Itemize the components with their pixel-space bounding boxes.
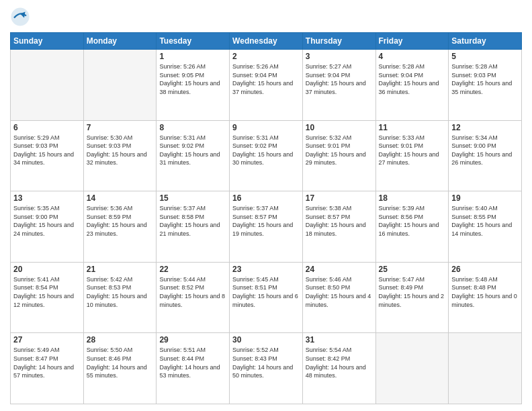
calendar-cell: 16Sunrise: 5:37 AMSunset: 8:57 PMDayligh… <box>230 191 303 263</box>
calendar-week: 6Sunrise: 5:29 AMSunset: 9:03 PMDaylight… <box>11 120 522 191</box>
day-number: 18 <box>379 193 446 203</box>
day-number: 9 <box>232 123 300 132</box>
day-number: 30 <box>232 335 300 345</box>
calendar-cell: 8Sunrise: 5:31 AMSunset: 9:02 PMDaylight… <box>157 120 230 191</box>
calendar-cell: 20Sunrise: 5:41 AMSunset: 8:54 PMDayligh… <box>11 262 84 333</box>
day-info: Sunrise: 5:47 AMSunset: 8:49 PMDaylight:… <box>379 275 446 309</box>
day-number: 28 <box>87 335 154 345</box>
calendar-cell: 4Sunrise: 5:28 AMSunset: 9:04 PMDaylight… <box>375 50 449 121</box>
day-info: Sunrise: 5:36 AMSunset: 8:59 PMDaylight:… <box>87 204 154 238</box>
day-info: Sunrise: 5:31 AMSunset: 9:02 PMDaylight:… <box>159 134 226 167</box>
calendar-cell: 22Sunrise: 5:44 AMSunset: 8:52 PMDayligh… <box>157 262 230 333</box>
day-number: 25 <box>379 265 446 274</box>
day-number: 24 <box>306 265 373 274</box>
svg-point-0 <box>11 8 30 26</box>
day-info: Sunrise: 5:26 AMSunset: 9:04 PMDaylight:… <box>232 62 300 96</box>
weekday-row: SundayMondayTuesdayWednesdayThursdayFrid… <box>11 33 522 50</box>
calendar-cell: 15Sunrise: 5:37 AMSunset: 8:58 PMDayligh… <box>157 191 230 263</box>
day-info: Sunrise: 5:46 AMSunset: 8:50 PMDaylight:… <box>306 275 373 309</box>
calendar-week: 20Sunrise: 5:41 AMSunset: 8:54 PMDayligh… <box>11 262 522 333</box>
calendar-cell: 23Sunrise: 5:45 AMSunset: 8:51 PMDayligh… <box>230 262 303 333</box>
weekday-header: Saturday <box>449 33 522 50</box>
weekday-header: Wednesday <box>230 33 303 50</box>
calendar-body: 1Sunrise: 5:26 AMSunset: 9:05 PMDaylight… <box>11 50 522 404</box>
header <box>10 7 522 27</box>
day-number: 6 <box>13 123 81 132</box>
calendar-cell: 12Sunrise: 5:34 AMSunset: 9:00 PMDayligh… <box>449 120 522 191</box>
calendar-cell: 30Sunrise: 5:52 AMSunset: 8:43 PMDayligh… <box>230 333 303 404</box>
calendar-cell: 24Sunrise: 5:46 AMSunset: 8:50 PMDayligh… <box>302 262 375 333</box>
day-number: 16 <box>232 193 300 203</box>
day-info: Sunrise: 5:50 AMSunset: 8:46 PMDaylight:… <box>87 346 154 379</box>
day-info: Sunrise: 5:38 AMSunset: 8:57 PMDaylight:… <box>306 204 373 238</box>
calendar-cell: 27Sunrise: 5:49 AMSunset: 8:47 PMDayligh… <box>11 333 84 404</box>
day-info: Sunrise: 5:45 AMSunset: 8:51 PMDaylight:… <box>232 275 300 309</box>
calendar-cell: 2Sunrise: 5:26 AMSunset: 9:04 PMDaylight… <box>230 50 303 121</box>
calendar-cell <box>83 50 157 121</box>
day-info: Sunrise: 5:51 AMSunset: 8:44 PMDaylight:… <box>159 346 226 379</box>
day-number: 11 <box>379 123 446 132</box>
weekday-header: Sunday <box>11 33 84 50</box>
day-info: Sunrise: 5:54 AMSunset: 8:42 PMDaylight:… <box>306 346 373 379</box>
day-info: Sunrise: 5:42 AMSunset: 8:53 PMDaylight:… <box>87 275 154 309</box>
day-info: Sunrise: 5:26 AMSunset: 9:05 PMDaylight:… <box>159 62 226 96</box>
day-number: 14 <box>87 193 154 203</box>
weekday-header: Tuesday <box>157 33 230 50</box>
day-info: Sunrise: 5:29 AMSunset: 9:03 PMDaylight:… <box>13 134 81 167</box>
day-number: 22 <box>159 265 226 274</box>
calendar-cell: 14Sunrise: 5:36 AMSunset: 8:59 PMDayligh… <box>83 191 157 263</box>
calendar-cell: 26Sunrise: 5:48 AMSunset: 8:48 PMDayligh… <box>449 262 522 333</box>
calendar-cell: 25Sunrise: 5:47 AMSunset: 8:49 PMDayligh… <box>375 262 449 333</box>
day-info: Sunrise: 5:37 AMSunset: 8:57 PMDaylight:… <box>232 204 300 238</box>
day-number: 1 <box>159 52 226 61</box>
day-info: Sunrise: 5:49 AMSunset: 8:47 PMDaylight:… <box>13 346 81 379</box>
day-number: 13 <box>13 193 81 203</box>
calendar-cell: 29Sunrise: 5:51 AMSunset: 8:44 PMDayligh… <box>157 333 230 404</box>
day-number: 15 <box>159 193 226 203</box>
day-info: Sunrise: 5:31 AMSunset: 9:02 PMDaylight:… <box>232 134 300 167</box>
logo-icon <box>10 7 30 27</box>
day-number: 8 <box>159 123 226 132</box>
day-number: 21 <box>87 265 154 274</box>
calendar-cell: 5Sunrise: 5:28 AMSunset: 9:03 PMDaylight… <box>449 50 522 121</box>
calendar-cell: 21Sunrise: 5:42 AMSunset: 8:53 PMDayligh… <box>83 262 157 333</box>
day-number: 2 <box>232 52 300 61</box>
calendar-cell: 18Sunrise: 5:39 AMSunset: 8:56 PMDayligh… <box>375 191 449 263</box>
calendar-week: 1Sunrise: 5:26 AMSunset: 9:05 PMDaylight… <box>11 50 522 121</box>
day-number: 7 <box>87 123 154 132</box>
calendar-cell <box>11 50 84 121</box>
day-number: 29 <box>159 335 226 345</box>
day-number: 20 <box>13 265 81 274</box>
day-number: 10 <box>306 123 373 132</box>
calendar-cell: 1Sunrise: 5:26 AMSunset: 9:05 PMDaylight… <box>157 50 230 121</box>
day-info: Sunrise: 5:52 AMSunset: 8:43 PMDaylight:… <box>232 346 300 379</box>
page: SundayMondayTuesdayWednesdayThursdayFrid… <box>0 0 532 411</box>
calendar-cell <box>375 333 449 404</box>
day-info: Sunrise: 5:41 AMSunset: 8:54 PMDaylight:… <box>13 275 81 309</box>
calendar-cell: 7Sunrise: 5:30 AMSunset: 9:03 PMDaylight… <box>83 120 157 191</box>
day-number: 3 <box>306 52 373 61</box>
day-info: Sunrise: 5:27 AMSunset: 9:04 PMDaylight:… <box>306 62 373 96</box>
calendar-cell: 17Sunrise: 5:38 AMSunset: 8:57 PMDayligh… <box>302 191 375 263</box>
calendar-cell: 31Sunrise: 5:54 AMSunset: 8:42 PMDayligh… <box>302 333 375 404</box>
calendar-cell: 9Sunrise: 5:31 AMSunset: 9:02 PMDaylight… <box>230 120 303 191</box>
calendar-cell: 6Sunrise: 5:29 AMSunset: 9:03 PMDaylight… <box>11 120 84 191</box>
weekday-header: Monday <box>83 33 157 50</box>
day-info: Sunrise: 5:37 AMSunset: 8:58 PMDaylight:… <box>159 204 226 238</box>
logo <box>10 7 33 27</box>
day-number: 23 <box>232 265 300 274</box>
calendar-cell: 10Sunrise: 5:32 AMSunset: 9:01 PMDayligh… <box>302 120 375 191</box>
weekday-header: Friday <box>375 33 449 50</box>
calendar-week: 13Sunrise: 5:35 AMSunset: 9:00 PMDayligh… <box>11 191 522 263</box>
calendar-week: 27Sunrise: 5:49 AMSunset: 8:47 PMDayligh… <box>11 333 522 404</box>
calendar-cell: 13Sunrise: 5:35 AMSunset: 9:00 PMDayligh… <box>11 191 84 263</box>
day-number: 12 <box>451 123 519 132</box>
day-number: 19 <box>451 193 519 203</box>
day-number: 17 <box>306 193 373 203</box>
day-info: Sunrise: 5:44 AMSunset: 8:52 PMDaylight:… <box>159 275 226 309</box>
day-info: Sunrise: 5:28 AMSunset: 9:04 PMDaylight:… <box>379 62 446 96</box>
day-number: 31 <box>306 335 373 345</box>
calendar-cell <box>449 333 522 404</box>
day-info: Sunrise: 5:35 AMSunset: 9:00 PMDaylight:… <box>13 204 81 238</box>
day-number: 4 <box>379 52 446 61</box>
